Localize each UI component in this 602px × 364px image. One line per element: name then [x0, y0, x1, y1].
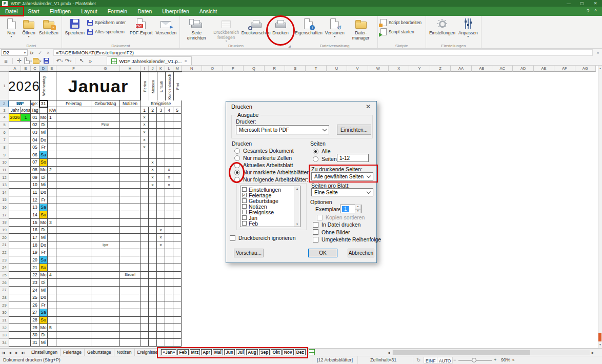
sync-icon[interactable]: ↻	[416, 356, 420, 364]
cell-geburtstag[interactable]	[91, 339, 120, 347]
cell-year[interactable]: 2026	[9, 72, 39, 100]
cell-geburtstag[interactable]	[91, 159, 120, 167]
sheet-tab-feiertage[interactable]: Feiertage	[61, 349, 85, 356]
redo-icon[interactable]: ↷▾	[65, 57, 72, 65]
row-header-29[interactable]: 29	[0, 301, 9, 309]
cell-weekday[interactable]: Fr	[39, 301, 48, 309]
cell-feiertag[interactable]	[56, 136, 91, 144]
row-header-9[interactable]: 9	[0, 151, 9, 159]
cell-event-4[interactable]	[165, 144, 173, 152]
cell-event-4[interactable]	[165, 279, 173, 287]
row-header-13[interactable]: 13	[0, 181, 9, 189]
cell-feiertag[interactable]	[56, 122, 91, 129]
cell-day-number[interactable]: 21	[31, 264, 39, 272]
close-tab-icon[interactable]: ×	[185, 58, 187, 64]
cell-day-number[interactable]: 19	[31, 249, 39, 257]
cell-event-5[interactable]	[173, 234, 182, 241]
cell-event-3[interactable]	[157, 159, 165, 167]
cell-day-number[interactable]: 16	[31, 227, 39, 234]
column-header-k[interactable]: K	[157, 66, 165, 72]
cell-notizen-header[interactable]: Notizen	[120, 100, 141, 107]
cell-event-1[interactable]	[141, 256, 149, 264]
cell-event-3[interactable]	[157, 189, 165, 197]
menu-tab-ueberpruefen[interactable]: Überprüfen	[157, 7, 194, 16]
column-header-ab[interactable]: AB	[472, 66, 492, 72]
sheets-listbox[interactable]: EinstellungenFeiertageGeburtstageNotizen…	[240, 186, 300, 227]
cell-event-4[interactable]	[165, 204, 173, 212]
column-header-f[interactable]: F	[56, 66, 91, 72]
cell-ereignisse-header[interactable]: Ereignisse	[141, 100, 182, 107]
cell-empty[interactable]	[39, 107, 48, 114]
cell-event-1[interactable]	[141, 211, 149, 219]
cell-weekday[interactable]: Mo	[39, 324, 48, 332]
cell-empty[interactable]	[120, 107, 141, 114]
cell-event-1[interactable]	[141, 159, 149, 167]
cell-event-4[interactable]	[165, 129, 173, 136]
cell-weekday[interactable]: Do	[39, 136, 48, 144]
cell-event-3[interactable]	[157, 317, 165, 325]
cell-blank[interactable]	[9, 189, 31, 197]
cell-event-number-2[interactable]: 2	[149, 107, 157, 114]
formula-overflow-icon[interactable]: »	[594, 50, 602, 55]
cell-feiertag[interactable]	[56, 324, 91, 332]
cell-notiz[interactable]	[120, 287, 141, 294]
column-header-h[interactable]: H	[120, 66, 141, 72]
last-sheet-button[interactable]: ▶|	[20, 349, 27, 356]
cell-event-3[interactable]	[157, 294, 165, 302]
sheet-tab-ereignisse[interactable]: Ereignisse	[135, 349, 161, 356]
cell-event-4[interactable]	[165, 196, 173, 204]
cell-event-3[interactable]	[157, 144, 165, 152]
cell-event-5[interactable]	[173, 114, 182, 122]
cell-event-3[interactable]	[157, 114, 165, 122]
cell-feiertag[interactable]	[56, 181, 91, 189]
cell-geburtstag[interactable]	[91, 196, 120, 204]
cell-kw[interactable]	[48, 256, 56, 264]
cell-event-2[interactable]	[149, 241, 157, 249]
column-header-aa[interactable]: AA	[451, 66, 471, 72]
cell-notiz[interactable]	[120, 227, 141, 234]
sheet-tab-einstellungen[interactable]: Einstellungen	[29, 349, 61, 356]
cell-kw[interactable]: 5	[48, 324, 56, 332]
row-header-32[interactable]: 32	[0, 324, 9, 332]
sheet-checkbox-ereignisse[interactable]: Ereignisse	[240, 209, 293, 215]
cell-event-5[interactable]	[173, 159, 182, 167]
sheet-checkbox-geburtstage[interactable]: Geburtstage	[240, 198, 293, 204]
cell-kw[interactable]	[48, 181, 56, 189]
cell-blank[interactable]	[9, 309, 31, 317]
cell-event-3[interactable]	[157, 211, 165, 219]
cell-geburtstag-header[interactable]: Geburtstag	[91, 100, 120, 107]
cell-weekday[interactable]: Mo	[39, 272, 48, 279]
cell-geburtstag[interactable]: Igor	[91, 241, 120, 249]
column-header-l[interactable]: L	[165, 66, 173, 72]
cell-event-4[interactable]	[165, 339, 173, 347]
cell-geburtstag[interactable]	[91, 249, 120, 257]
cell-blank[interactable]	[9, 256, 31, 264]
cell-kw[interactable]	[48, 151, 56, 159]
cell-empty[interactable]	[48, 72, 56, 100]
cell-event-2[interactable]	[149, 136, 157, 144]
cell-feiertag[interactable]	[56, 264, 91, 272]
cell-event-3[interactable]	[157, 279, 165, 287]
cell-weekday[interactable]: So	[39, 317, 48, 325]
exemplare-spinner[interactable]: 1 ▲ ▼	[340, 205, 362, 213]
cell-month-name[interactable]: Januar	[56, 72, 141, 100]
cell-event-5[interactable]	[173, 122, 182, 129]
cell-kw[interactable]	[48, 294, 56, 302]
sheet-tab-mai[interactable]: Mai	[213, 349, 223, 355]
undo-icon[interactable]: ↶▾	[56, 57, 64, 65]
cell-notiz[interactable]	[120, 189, 141, 197]
cell-event-1[interactable]	[141, 272, 149, 279]
druckbereich-ignorieren-checkbox[interactable]: Druckbereich ignorieren	[230, 234, 295, 241]
row-header-26[interactable]: 26	[0, 279, 9, 287]
cell-event-1[interactable]	[141, 196, 149, 204]
cell-geburtstag[interactable]	[91, 279, 120, 287]
cell-event-1[interactable]: x	[141, 122, 149, 129]
cell-event-1[interactable]	[141, 324, 149, 332]
scroll-up-icon[interactable]: ▲	[598, 67, 602, 70]
cell-geburtstag[interactable]	[91, 256, 120, 264]
cell-event-1[interactable]: x	[141, 114, 149, 122]
row-header-7[interactable]: 7	[0, 136, 9, 144]
cell-geburtstag[interactable]	[91, 324, 120, 332]
cell-kw[interactable]: 1	[48, 114, 56, 122]
row-header-5[interactable]: 5	[0, 122, 9, 129]
